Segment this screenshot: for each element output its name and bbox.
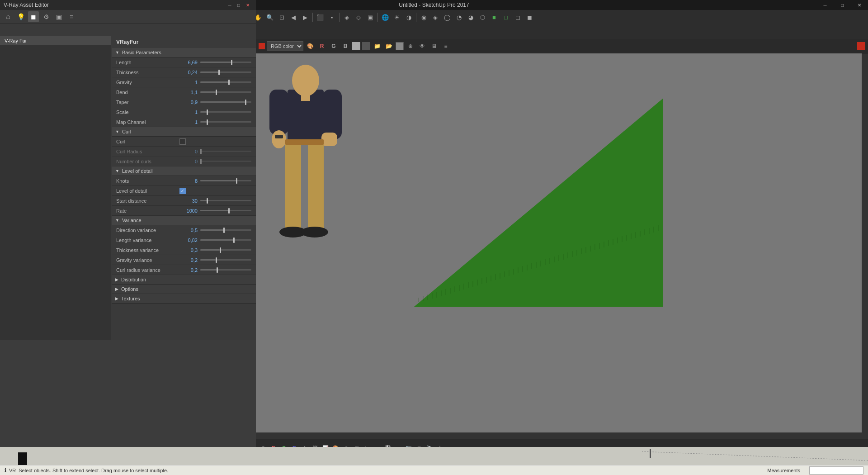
sidebar-item-vray-fur[interactable]: V-Ray Fur <box>0 36 111 45</box>
param-num-curls-value[interactable]: 0 <box>179 159 198 164</box>
param-taper-slider[interactable] <box>200 99 251 105</box>
param-bend-slider[interactable] <box>200 89 251 95</box>
maximize-button[interactable]: □ <box>834 0 851 10</box>
param-knots-value[interactable]: 8 <box>179 178 198 184</box>
ae-cube-icon[interactable]: ◼ <box>28 11 39 22</box>
ae-bulb-icon[interactable]: 💡 <box>15 11 26 22</box>
param-curl-radius: Curl Radius 0 <box>112 147 256 157</box>
vray2-icon[interactable]: ◈ <box>430 12 441 23</box>
param-thick-variance-value[interactable]: 0,3 <box>179 247 198 253</box>
param-map-channel: Map Channel 1 <box>112 117 256 127</box>
param-grav-variance-value[interactable]: 0,2 <box>179 257 198 263</box>
measurements-input[interactable] <box>809 466 863 475</box>
param-scale-slider[interactable] <box>200 109 251 115</box>
ae-render-icon[interactable]: ▣ <box>53 11 64 22</box>
param-dir-variance: Direction variance 0,5 <box>112 225 256 235</box>
param-start-distance-value[interactable]: 30 <box>179 198 198 204</box>
section-plane-icon[interactable]: ▪ <box>326 12 337 23</box>
ae-maximize-btn[interactable]: □ <box>234 1 243 9</box>
folder2-icon[interactable]: 📂 <box>384 41 394 51</box>
vray9-icon[interactable]: ◻ <box>512 12 523 23</box>
param-grav-variance-slider[interactable] <box>200 257 251 263</box>
asset-editor: V-Ray Asset Editor ─ □ ✕ ⌂ 💡 ◼ ⚙ ▣ ≡ V-R… <box>0 0 256 340</box>
param-taper-value[interactable]: 0,9 <box>179 100 198 105</box>
prev-icon[interactable]: ◀ <box>288 12 299 23</box>
color-mode-select[interactable]: RGB color <box>267 41 303 51</box>
layers-icon[interactable]: ≡ <box>441 41 451 51</box>
param-scale-value[interactable]: 1 <box>179 109 198 115</box>
crosshair-icon[interactable]: ⊕ <box>406 41 415 51</box>
vray3-icon[interactable]: ◯ <box>442 12 453 23</box>
stereo-icon[interactable]: 👁 <box>417 41 427 51</box>
left-arm <box>269 90 288 135</box>
param-dir-variance-value[interactable]: 0,5 <box>179 228 198 233</box>
vray8-icon[interactable]: □ <box>500 12 511 23</box>
g-label[interactable]: G <box>329 41 339 51</box>
vp-scroll-right[interactable] <box>862 53 868 439</box>
section-curl[interactable]: ▼ Curl <box>112 127 256 137</box>
param-curl-variance-value[interactable]: 0,2 <box>179 267 198 273</box>
param-curl-checkbox[interactable] <box>179 138 186 145</box>
param-curl-variance-label: Curl radius variance <box>116 267 179 273</box>
b-label[interactable]: B <box>340 41 350 51</box>
style3-icon[interactable]: ▣ <box>365 12 376 23</box>
param-start-distance-slider[interactable] <box>200 198 251 204</box>
color-wheel-icon[interactable]: 🎨 <box>305 41 315 51</box>
ae-home-icon[interactable]: ⌂ <box>3 11 14 22</box>
param-rate-value[interactable]: 1000 <box>179 208 198 214</box>
section-options[interactable]: ▶ Options <box>112 285 256 294</box>
ae-close-btn[interactable]: ✕ <box>243 1 252 9</box>
param-rate-slider[interactable] <box>200 208 251 214</box>
param-len-variance-value[interactable]: 0,82 <box>179 238 198 243</box>
vray10-icon[interactable]: ◼ <box>524 12 535 23</box>
section-variance[interactable]: ▼ Variance <box>112 216 256 225</box>
section-textures[interactable]: ▶ Textures <box>112 294 256 304</box>
shadow-icon[interactable]: ◑ <box>403 12 414 23</box>
param-scale-label: Scale <box>116 109 179 115</box>
param-bend-value[interactable]: 1,1 <box>179 90 198 95</box>
param-map-channel-slider[interactable] <box>200 119 251 125</box>
sun-icon[interactable]: ☀ <box>392 12 402 23</box>
param-gravity-slider[interactable] <box>200 79 251 86</box>
close-button[interactable]: ✕ <box>851 0 868 10</box>
style2-icon[interactable]: ◇ <box>353 12 364 23</box>
param-len-variance-slider[interactable] <box>200 237 251 243</box>
vray4-icon[interactable]: ◔ <box>453 12 464 23</box>
vray6-icon[interactable]: ⬡ <box>477 12 488 23</box>
param-length-slider[interactable] <box>200 59 251 66</box>
section-distribution[interactable]: ▶ Distribution <box>112 275 256 285</box>
zoomext-icon[interactable]: ⊡ <box>276 12 287 23</box>
param-curl-radius-value[interactable]: 0 <box>179 149 198 154</box>
ae-minimize-btn[interactable]: ─ <box>225 1 234 9</box>
param-curl-variance-slider[interactable] <box>200 267 251 273</box>
vray1-icon[interactable]: ◉ <box>418 12 429 23</box>
param-dir-variance-slider[interactable] <box>200 227 251 233</box>
section-basic-parameters[interactable]: ▼ Basic Parameters <box>112 48 256 57</box>
vray5-icon[interactable]: ◕ <box>465 12 476 23</box>
geo-icon[interactable]: 🌐 <box>380 12 391 23</box>
param-thick-variance-slider[interactable] <box>200 247 251 253</box>
param-lod-check[interactable] <box>179 188 186 194</box>
param-thickness-slider[interactable] <box>200 69 251 76</box>
param-start-distance: Start distance 30 <box>112 196 256 206</box>
vp-scroll-bottom[interactable] <box>256 432 862 439</box>
param-map-channel-value[interactable]: 1 <box>179 119 198 125</box>
ae-layer-icon[interactable]: ≡ <box>66 11 77 22</box>
section-cut-icon[interactable]: ⬛ <box>315 12 326 23</box>
next-icon[interactable]: ▶ <box>300 12 311 23</box>
vray7-icon[interactable]: ■ <box>489 12 500 23</box>
vr-icon: VR <box>9 468 16 473</box>
folder-icon[interactable]: 📁 <box>372 41 382 51</box>
zoom-icon[interactable]: 🔍 <box>264 12 275 23</box>
param-curl-radius-label: Curl Radius <box>116 149 179 154</box>
minimize-button[interactable]: ─ <box>816 0 834 10</box>
param-knots-slider[interactable] <box>200 178 251 184</box>
section-lod[interactable]: ▼ Level of detail <box>112 166 256 176</box>
style1-icon[interactable]: ◈ <box>341 12 352 23</box>
param-gravity-value[interactable]: 1 <box>179 80 198 85</box>
param-thickness-value[interactable]: 0,24 <box>179 70 198 75</box>
r-label[interactable]: R <box>317 41 327 51</box>
monitor-icon[interactable]: 🖥 <box>429 41 439 51</box>
ae-settings-icon[interactable]: ⚙ <box>41 11 52 22</box>
param-length-value[interactable]: 6,69 <box>179 60 198 65</box>
